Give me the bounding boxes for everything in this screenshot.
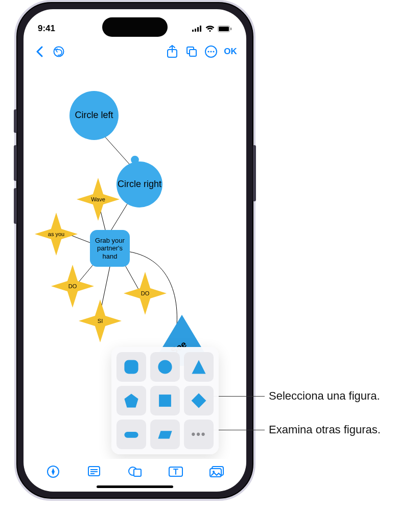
tool-pen[interactable] (43, 461, 63, 482)
tool-sticky-note[interactable] (84, 461, 104, 482)
back-button[interactable] (30, 42, 49, 61)
phone-frame: 9:41 OK (14, 0, 255, 501)
copy-button[interactable] (182, 42, 201, 61)
svg-point-25 (158, 360, 172, 374)
node-grab[interactable]: Grab your partner's hand (90, 230, 130, 267)
status-icons (192, 26, 232, 32)
node-circle-right[interactable]: Circle right (116, 161, 162, 207)
shape-pill[interactable] (116, 420, 146, 449)
svg-rect-38 (134, 469, 141, 476)
svg-point-14 (213, 51, 214, 52)
shape-diamond[interactable] (184, 386, 214, 415)
shape-circle[interactable] (150, 352, 180, 382)
screen: 9:41 OK (24, 9, 246, 492)
node-star-do2[interactable]: DO (124, 272, 167, 315)
node-circle-left[interactable]: Circle left (69, 91, 119, 140)
cellular-icon (192, 26, 202, 32)
wifi-icon (205, 26, 215, 32)
svg-rect-5 (219, 27, 229, 31)
battery-icon (218, 26, 232, 32)
tool-shapes[interactable] (125, 461, 145, 482)
node-star-asyou[interactable]: as you (35, 213, 78, 256)
done-button[interactable]: OK (221, 42, 240, 61)
shape-triangle[interactable] (184, 352, 214, 382)
shape-more-button[interactable]: ••• (184, 420, 214, 449)
top-toolbar: OK (24, 40, 246, 63)
svg-marker-31 (158, 431, 172, 438)
svg-rect-30 (124, 432, 138, 438)
more-button[interactable] (201, 42, 221, 61)
svg-rect-6 (230, 28, 231, 30)
shape-picker-popover: ••• (111, 347, 219, 454)
svg-rect-0 (192, 30, 194, 32)
shape-grid: ••• (116, 352, 214, 449)
svg-marker-27 (124, 393, 138, 407)
callout-select-shape: Selecciona una figura. (269, 389, 380, 403)
node-label: SI (98, 318, 103, 324)
svg-marker-26 (192, 360, 205, 374)
svg-point-13 (210, 51, 212, 52)
node-label: Circle left (75, 110, 113, 121)
dynamic-island (102, 17, 168, 37)
svg-rect-24 (124, 360, 138, 374)
shape-parallelogram[interactable] (150, 420, 180, 449)
side-button-power (253, 145, 256, 201)
node-label: DO (141, 290, 150, 296)
node-label: Circle right (118, 179, 161, 190)
node-label: as you (48, 231, 64, 237)
svg-rect-28 (159, 395, 171, 407)
node-label: Wave (91, 196, 105, 202)
home-indicator (97, 485, 173, 488)
node-star-si[interactable]: SI (79, 299, 122, 342)
tool-textbox[interactable] (166, 461, 186, 482)
svg-rect-3 (200, 26, 201, 32)
shape-square[interactable] (150, 386, 180, 415)
svg-rect-10 (190, 50, 196, 56)
svg-marker-29 (192, 393, 206, 408)
svg-rect-2 (197, 27, 199, 32)
status-time: 9:41 (38, 24, 55, 34)
node-star-wave[interactable]: Wave (77, 178, 120, 221)
svg-point-12 (207, 51, 209, 52)
svg-rect-1 (195, 29, 196, 32)
node-label: Grab your partner's hand (90, 237, 130, 261)
shape-pentagon[interactable] (116, 386, 146, 415)
side-button-vol-up (14, 145, 17, 181)
undo-button[interactable] (49, 42, 68, 61)
node-label: DO (68, 283, 77, 289)
side-button-mute (14, 109, 17, 133)
shape-rounded-square[interactable] (116, 352, 146, 382)
share-button[interactable] (162, 42, 182, 61)
side-button-vol-down (14, 188, 17, 224)
ellipsis-icon: ••• (191, 428, 206, 441)
freeform-canvas[interactable]: Circle left Circle right Grab your partn… (24, 63, 246, 459)
tool-media[interactable] (206, 461, 227, 482)
callout-browse-shapes: Examina otras figuras. (269, 423, 381, 436)
